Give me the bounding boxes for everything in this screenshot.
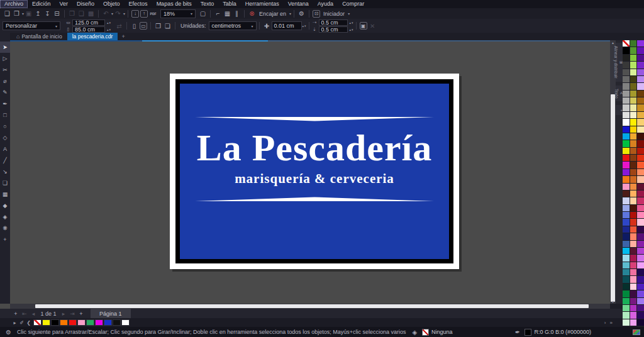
units-combo[interactable]: centimetros ▾ [209,21,257,30]
palette-swatch[interactable] [637,119,644,125]
palette-swatch[interactable] [623,241,630,247]
first-page-icon[interactable]: ⇤ [20,311,29,317]
palette-swatch[interactable] [623,248,630,254]
document-palette-swatch[interactable] [86,319,94,326]
all-pages-icon[interactable]: ❐ [153,21,163,30]
palette-swatch[interactable] [637,126,644,133]
options-gear-icon[interactable]: ⚙ [297,9,306,18]
palette-swatch[interactable] [637,241,644,247]
palette-swatch[interactable] [623,219,630,225]
palette-swatch[interactable] [630,126,637,133]
palette-swatch[interactable] [630,97,637,104]
page-height-field[interactable]: 85.0 cm [72,26,105,33]
export-icon[interactable]: ↑ [140,10,148,18]
palette-swatch[interactable] [630,104,637,111]
palette-swatch[interactable] [630,319,637,326]
palette-swatch[interactable] [623,284,630,290]
palette-swatch[interactable] [630,133,637,140]
palette-swatch[interactable] [630,312,637,318]
palette-swatch[interactable] [623,55,630,61]
palette-swatch[interactable] [630,205,637,211]
palette-swatch[interactable] [630,119,637,125]
palette-swatch[interactable] [630,155,637,161]
palette-swatch[interactable] [637,312,644,318]
docker-tab-align[interactable]: ⊞ Alinear y distribuir [616,43,623,82]
page-preset-combo[interactable]: Personalizar ▾ [3,21,60,30]
redo-icon[interactable]: ↷ [113,9,123,18]
document-palette-swatch[interactable] [33,319,42,326]
menu-item[interactable]: Tabla [218,0,241,8]
palette-swatch[interactable] [623,298,630,304]
document-palette-swatch[interactable] [113,319,121,326]
palette-swatch[interactable] [630,91,637,97]
palette-swatch[interactable] [623,290,630,297]
palette-swatch[interactable] [637,248,644,254]
palette-swatch[interactable] [637,91,644,97]
palette-swatch[interactable] [630,69,637,75]
snap-dropdown-icon[interactable]: ▾ [289,11,291,16]
menu-item[interactable]: Objeto [99,0,125,8]
document-palette-swatch[interactable] [51,319,59,326]
palette-swatch[interactable] [630,83,637,89]
palette-swatch[interactable] [623,312,630,318]
vertical-scrollbar-thumb[interactable] [611,94,615,302]
palette-swatch[interactable] [630,197,637,204]
add-page-button[interactable]: + [11,311,20,317]
document-palette-swatch[interactable] [104,319,112,326]
publish-pdf-icon[interactable]: PDF [148,9,158,18]
palette-swatch[interactable] [623,91,630,97]
zoom-tool[interactable]: ⌀ [0,75,10,87]
palette-swatch[interactable] [630,47,637,53]
duplicate-x-spinner[interactable]: ▴▾ [350,21,353,25]
palette-swatch[interactable] [637,212,644,218]
palette-swatch[interactable] [637,155,644,161]
palette-swatch[interactable] [637,197,644,204]
palette-swatch[interactable] [623,140,630,146]
palette-swatch[interactable] [623,104,630,111]
crop-tool[interactable]: ✂ [0,64,10,75]
page-tab[interactable]: Página 1 [91,309,131,318]
palette-swatch[interactable] [637,305,644,311]
cloud-download-icon[interactable]: ↧ [43,9,52,18]
menu-item[interactable]: Ventana [284,0,313,8]
palette-swatch[interactable] [637,191,644,197]
menu-item[interactable]: Comprar [338,0,369,8]
palette-eyedropper-icon[interactable]: ✐ [18,320,25,326]
print-icon[interactable]: ⊟ [52,9,62,18]
palette-swatch[interactable] [637,55,644,61]
palette-swatch[interactable] [623,69,630,75]
palette-swatch[interactable] [630,162,637,168]
palette-swatch[interactable] [630,219,637,225]
rulers-icon[interactable]: ⌐ [213,9,223,18]
palette-swatch[interactable] [637,97,644,104]
last-page-icon[interactable]: ⇥ [68,311,77,317]
menu-item[interactable]: Mapas de bits [152,0,196,8]
text-tool[interactable]: A [0,143,10,155]
import-icon[interactable]: ↓ [131,10,139,18]
palette-swatch[interactable] [630,262,637,268]
fullscreen-preview-icon[interactable]: ▢ [198,9,208,18]
tab-document[interactable]: la pescaderia.cdr [67,33,118,40]
palette-swatch[interactable] [623,197,630,204]
palette-swatch[interactable] [623,119,630,125]
next-page-icon[interactable]: ▸ [59,311,68,317]
document-palette-swatch[interactable] [95,319,103,326]
vertical-scrollbar[interactable]: ▴ ▾ [610,40,616,304]
palette-swatch[interactable] [637,184,644,190]
palette-swatch[interactable] [637,298,644,304]
palette-swatch[interactable] [637,140,644,146]
zoom-level-combo[interactable]: 18% ▾ [160,9,196,18]
page-width-field[interactable]: 125.0 cm [72,19,105,26]
palette-swatch[interactable] [630,148,637,154]
palette-swatch[interactable] [637,269,644,275]
cloud-upload-icon[interactable]: ↥ [33,9,43,18]
paste-icon[interactable]: ❑ [77,9,86,18]
palette-swatch[interactable] [623,212,630,218]
palette-swatch[interactable] [630,284,637,290]
menu-item[interactable]: Archivo [0,0,28,8]
document-palette-swatch[interactable] [121,319,130,326]
color-proof-status[interactable] [633,329,640,335]
swap-dimensions-icon[interactable]: ⇄ [114,21,124,30]
menu-item[interactable]: Edición [28,0,55,8]
docker-tab-text[interactable]: A Texto [616,86,623,102]
